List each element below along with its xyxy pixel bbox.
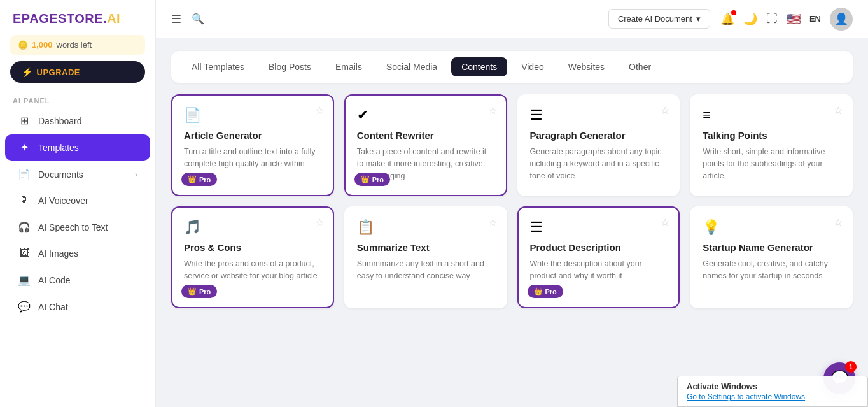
card-description: Generate cool, creative, and catchy name… xyxy=(703,258,840,282)
tab-emails[interactable]: Emails xyxy=(325,57,372,76)
card-description: Write the description about your product… xyxy=(530,258,668,282)
star-icon[interactable]: ☆ xyxy=(488,104,497,117)
language-label[interactable]: EN xyxy=(809,14,821,24)
card-description: Write the pros and cons of a product, se… xyxy=(184,258,321,282)
pro-badge: 👑 Pro xyxy=(181,173,217,186)
user-avatar[interactable]: 👤 xyxy=(830,8,853,31)
notification-dot xyxy=(731,10,736,15)
pro-badge: 👑 Pro xyxy=(181,285,217,298)
flag-icon: 🇺🇸 xyxy=(787,12,801,26)
dark-mode-icon[interactable]: 🌙 xyxy=(743,12,757,26)
content-area: All TemplatesBlog PostsEmailsSocial Medi… xyxy=(156,38,868,407)
activate-title: Activate Windows xyxy=(687,382,858,391)
card-icon-content-rewriter: ✔ xyxy=(357,107,494,124)
sidebar-item-label: AI Images xyxy=(38,248,78,259)
card-title: Content Rewriter xyxy=(357,130,494,141)
card-icon-product-description: ☰ xyxy=(530,219,668,236)
tab-blog[interactable]: Blog Posts xyxy=(258,57,321,76)
crown-icon: 👑 xyxy=(188,287,197,296)
star-icon[interactable]: ☆ xyxy=(834,104,843,117)
topbar-actions: 🔔 🌙 ⛶ 🇺🇸 EN 👤 xyxy=(720,8,853,31)
card-title: Startup Name Generator xyxy=(703,242,840,253)
sidebar-nav: ⊞ Dashboard ✦ Templates 📄 Documents › 🎙 … xyxy=(0,107,155,320)
tab-video[interactable]: Video xyxy=(511,57,554,76)
card-title: Paragraph Generator xyxy=(530,130,668,141)
tab-websites[interactable]: Websites xyxy=(558,57,615,76)
star-icon[interactable]: ☆ xyxy=(834,217,843,229)
star-icon[interactable]: ☆ xyxy=(488,217,497,229)
sidebar-item-label: AI Voiceover xyxy=(38,196,88,206)
ai-images-icon: 🖼 xyxy=(18,248,31,259)
sidebar-item-label: AI Speech to Text xyxy=(38,222,108,232)
sidebar-item-ai-code[interactable]: 💻 AI Code xyxy=(5,267,150,293)
menu-icon[interactable]: ☰ xyxy=(171,12,181,26)
create-doc-label: Create AI Document xyxy=(618,14,692,24)
app-logo: EPAGESTORE.AI xyxy=(0,0,155,35)
sidebar-item-label: Dashboard xyxy=(38,116,82,126)
tab-other[interactable]: Other xyxy=(619,57,661,76)
sidebar-item-documents[interactable]: 📄 Documents › xyxy=(5,161,150,187)
words-label: words left xyxy=(57,40,92,50)
card-title: Summarize Text xyxy=(357,242,494,253)
card-startup-name[interactable]: 💡 ☆ Startup Name Generator Generate cool… xyxy=(690,206,853,308)
card-paragraph-generator[interactable]: ☰ ☆ Paragraph Generator Generate paragra… xyxy=(517,94,680,196)
card-title: Talking Points xyxy=(703,130,840,141)
card-description: Summmarize any text in a short and easy … xyxy=(357,258,494,282)
card-title: Product Description xyxy=(530,242,668,253)
crown-icon: 👑 xyxy=(361,175,370,183)
templates-icon: ✦ xyxy=(18,141,31,154)
chevron-right-icon: › xyxy=(135,170,137,179)
ai-chat-icon: 💬 xyxy=(18,301,31,313)
ai-panel-label: AI PANEL xyxy=(0,93,155,107)
sidebar-item-templates[interactable]: ✦ Templates xyxy=(5,134,150,161)
card-talking-points[interactable]: ≡ ☆ Talking Points Write short, simple a… xyxy=(690,94,853,196)
dashboard-icon: ⊞ xyxy=(18,115,31,127)
card-icon-talking-points: ≡ xyxy=(703,107,840,124)
activate-link[interactable]: Go to Settings to activate Windows xyxy=(687,392,858,401)
sidebar-item-label: AI Code xyxy=(38,275,71,285)
fullscreen-icon[interactable]: ⛶ xyxy=(766,12,778,25)
sidebar-item-ai-voiceover[interactable]: 🎙 AI Voiceover xyxy=(5,188,150,213)
card-summarize-text[interactable]: 📋 ☆ Summarize Text Summmarize any text i… xyxy=(344,206,507,308)
star-icon[interactable]: ☆ xyxy=(315,104,324,117)
card-pros-cons[interactable]: 🎵 ☆ Pros & Cons Write the pros and cons … xyxy=(171,206,334,308)
ai-code-icon: 💻 xyxy=(18,274,31,286)
card-description: Write short, simple and informative poin… xyxy=(703,146,840,182)
search-icon[interactable]: 🔍 xyxy=(192,13,204,25)
crown-icon: 👑 xyxy=(534,287,543,296)
notification-bell[interactable]: 🔔 xyxy=(720,12,734,26)
tab-contents[interactable]: Contents xyxy=(451,57,507,76)
card-content-rewriter[interactable]: ✔ ☆ Content Rewriter Take a piece of con… xyxy=(344,94,507,196)
words-count: 1,000 xyxy=(32,40,53,50)
card-product-description[interactable]: ☰ ☆ Product Description Write the descri… xyxy=(517,206,680,308)
topbar: ☰ 🔍 Create AI Document ▾ 🔔 🌙 ⛶ 🇺🇸 EN 👤 xyxy=(156,0,868,38)
card-article-generator[interactable]: 📄 ☆ Article Generator Turn a title and o… xyxy=(171,94,334,196)
star-icon[interactable]: ☆ xyxy=(661,217,669,229)
create-document-button[interactable]: Create AI Document ▾ xyxy=(608,9,710,29)
ai-voiceover-icon: 🎙 xyxy=(18,195,31,206)
upgrade-button[interactable]: ⚡ UPGRADE xyxy=(10,61,145,83)
tab-all[interactable]: All Templates xyxy=(181,57,255,76)
sidebar-item-dashboard[interactable]: ⊞ Dashboard xyxy=(5,108,150,134)
sidebar: EPAGESTORE.AI 🪙 1,000 words left ⚡ UPGRA… xyxy=(0,0,156,407)
main-area: ☰ 🔍 Create AI Document ▾ 🔔 🌙 ⛶ 🇺🇸 EN 👤 A… xyxy=(156,0,868,407)
support-badge: 1 xyxy=(845,361,857,373)
sidebar-item-label: Templates xyxy=(38,143,79,153)
sidebar-item-label: AI Chat xyxy=(38,302,68,312)
crown-icon: 👑 xyxy=(188,175,197,183)
chevron-down-icon: ▾ xyxy=(696,14,701,24)
card-icon-paragraph-generator: ☰ xyxy=(530,107,668,124)
card-icon-summarize-text: 📋 xyxy=(357,219,494,236)
sidebar-item-ai-speech[interactable]: 🎧 AI Speech to Text xyxy=(5,214,150,240)
card-icon-pros-cons: 🎵 xyxy=(184,219,321,236)
sidebar-item-ai-chat[interactable]: 💬 AI Chat xyxy=(5,294,150,320)
activate-windows-overlay: Activate Windows Go to Settings to activ… xyxy=(677,376,868,407)
documents-icon: 📄 xyxy=(18,168,31,180)
star-icon[interactable]: ☆ xyxy=(661,104,669,117)
tab-social[interactable]: Social Media xyxy=(376,57,447,76)
sidebar-item-ai-images[interactable]: 🖼 AI Images xyxy=(5,241,150,266)
tabs-bar: All TemplatesBlog PostsEmailsSocial Medi… xyxy=(171,51,853,83)
star-icon[interactable]: ☆ xyxy=(315,217,324,229)
pro-badge: 👑 Pro xyxy=(354,173,390,186)
ai-speech-icon: 🎧 xyxy=(18,221,31,233)
